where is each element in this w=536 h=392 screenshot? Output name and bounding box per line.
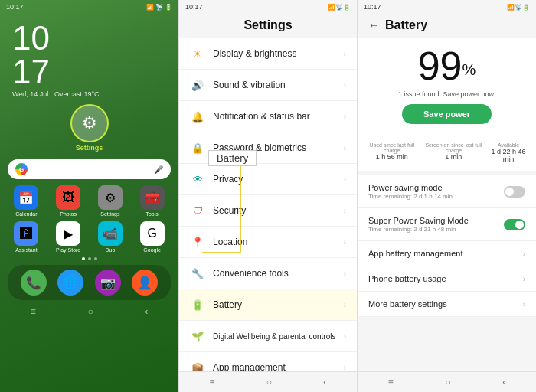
settings-item-privacy[interactable]: 👁 Privacy › bbox=[179, 164, 357, 195]
nav-back-icon[interactable]: ‹ bbox=[323, 377, 326, 387]
chevron-icon: › bbox=[344, 332, 346, 341]
stat-used-since: Used since last full charge 1 h 56 min bbox=[364, 142, 420, 163]
chevron-icon: › bbox=[344, 364, 346, 372]
home-nav-bar: ≡ ○ ‹ bbox=[0, 302, 178, 322]
home-clock: 10 17 Wed, 14 Jul Overcast 19°C bbox=[0, 14, 178, 100]
chevron-icon: › bbox=[344, 270, 346, 278]
settings-item-notification[interactable]: 🔔 Notification & status bar › bbox=[179, 101, 357, 132]
app-photos[interactable]: 🖼 Photos bbox=[50, 185, 87, 217]
app-icon-img: 📹 bbox=[98, 221, 123, 246]
nav-home-icon[interactable]: ○ bbox=[445, 377, 450, 387]
battery-stats-row: Used since last full charge 1 h 56 min S… bbox=[358, 138, 536, 175]
app-calendar[interactable]: 📅 Calendar bbox=[8, 185, 45, 217]
super-saving-toggle[interactable] bbox=[504, 219, 525, 230]
chevron-icon: › bbox=[523, 250, 525, 258]
settings-item-label: Convenience tools bbox=[213, 268, 336, 279]
back-arrow-icon[interactable]: ← bbox=[368, 19, 379, 31]
home-clock-time: 10 17 bbox=[12, 21, 166, 89]
chevron-icon: › bbox=[523, 300, 525, 309]
nav-menu-icon[interactable]: ≡ bbox=[388, 377, 394, 387]
dock-camera[interactable]: 📷 bbox=[95, 270, 121, 296]
settings-app-icon[interactable]: ⚙ bbox=[70, 104, 109, 142]
dock-phone[interactable]: 📞 bbox=[21, 270, 47, 296]
nav-home-icon[interactable]: ○ bbox=[266, 377, 272, 387]
app-tools[interactable]: 🧰 Tools bbox=[133, 185, 171, 217]
app-duo[interactable]: 📹 Duo bbox=[92, 221, 129, 253]
app-google[interactable]: G Google bbox=[133, 221, 171, 253]
battery-content: 99% 1 issue found. Save power now. Save … bbox=[358, 38, 536, 371]
battery-status-bar: 10:17 📶📡🔋 bbox=[358, 0, 536, 14]
security-icon: 🛡 bbox=[190, 203, 205, 218]
nav-menu-icon[interactable]: ≡ bbox=[210, 377, 215, 387]
settings-screen: 10:17 📶📡🔋 Settings ☀ Display & brightnes… bbox=[178, 0, 358, 392]
chevron-icon: › bbox=[344, 175, 346, 184]
battery-annotation-label: Battery bbox=[208, 150, 257, 166]
settings-item-label: App management bbox=[213, 362, 336, 371]
settings-item-password[interactable]: 🔒 Password & biometrics › bbox=[179, 132, 357, 164]
app-settings[interactable]: ⚙ Settings bbox=[92, 185, 129, 217]
nav-home-icon[interactable]: ○ bbox=[87, 306, 93, 317]
settings-item-battery[interactable]: 🔋 Battery › bbox=[179, 289, 357, 321]
apps-icon: 📦 bbox=[190, 360, 205, 371]
page-dot bbox=[94, 257, 97, 260]
nav-back-icon[interactable]: ‹ bbox=[502, 377, 505, 387]
password-icon: 🔒 bbox=[190, 140, 205, 155]
settings-time: 10:17 bbox=[185, 3, 203, 11]
settings-app-icon-area: ⚙ Settings bbox=[70, 104, 109, 152]
mic-icon[interactable]: 🎤 bbox=[154, 165, 163, 174]
battery-issue-text: 1 issue found. Save power now. bbox=[358, 89, 536, 104]
app-grid-row2: 🅰 Assistant ▶ Play Store 📹 Duo G Google bbox=[0, 220, 178, 254]
settings-item-convenience[interactable]: 🔧 Convenience tools › bbox=[179, 258, 357, 289]
settings-item-label: Display & brightness bbox=[213, 48, 336, 59]
page-dots bbox=[0, 257, 178, 260]
display-icon: ☀ bbox=[190, 46, 205, 61]
nav-back-icon[interactable]: ‹ bbox=[145, 306, 148, 317]
settings-list: ☀ Display & brightness › 🔊 Sound & vibra… bbox=[179, 38, 357, 371]
battery-menu-phone-usage[interactable]: Phone battery usage › bbox=[358, 266, 536, 292]
settings-app-label: Settings bbox=[76, 144, 103, 152]
power-saving-toggle[interactable] bbox=[504, 186, 525, 198]
battery-menu-super-saving[interactable]: Super Power Saving Mode Time remaining: … bbox=[358, 208, 536, 241]
convenience-icon: 🔧 bbox=[190, 266, 205, 281]
app-icon-img: 🅰 bbox=[14, 221, 38, 246]
chevron-icon: › bbox=[344, 301, 346, 309]
app-assistant[interactable]: 🅰 Assistant bbox=[8, 221, 45, 253]
chevron-icon: › bbox=[344, 50, 346, 58]
battery-percent-area: 99% bbox=[358, 38, 536, 89]
home-status-icons: 📶 📡 🔋 bbox=[146, 4, 172, 11]
sound-icon: 🔊 bbox=[190, 77, 205, 93]
app-playstore[interactable]: ▶ Play Store bbox=[50, 221, 87, 253]
settings-item-label: Sound & vibration bbox=[213, 80, 336, 90]
notification-icon: 🔔 bbox=[190, 109, 205, 124]
settings-item-label: Privacy bbox=[213, 174, 336, 185]
settings-item-label: Battery bbox=[213, 299, 336, 310]
app-icon-img: 🧰 bbox=[140, 185, 165, 210]
app-icon-img: 📅 bbox=[14, 185, 38, 210]
stat-screen-on: Screen on since last full charge 1 min bbox=[420, 142, 488, 163]
battery-page-title: Battery bbox=[385, 18, 427, 32]
battery-menu-power-saving[interactable]: Power saving mode Time remaining: 2 d 1 … bbox=[358, 175, 536, 208]
home-search-bar[interactable]: G 🎤 bbox=[8, 159, 171, 179]
home-screen: 10:17 📶 📡 🔋 10 17 Wed, 14 Jul Overcast 1… bbox=[0, 0, 178, 392]
app-icon-img: G bbox=[140, 221, 165, 246]
stat-available: Available 1 d 22 h 46 min bbox=[487, 142, 530, 163]
google-logo: G bbox=[15, 163, 28, 175]
home-clock-date: Wed, 14 Jul Overcast 19°C bbox=[12, 90, 166, 98]
nav-menu-icon[interactable]: ≡ bbox=[31, 306, 36, 317]
settings-item-label: Location bbox=[213, 237, 336, 247]
settings-item-apps[interactable]: 📦 App management › bbox=[179, 352, 357, 371]
battery-menu-app-management[interactable]: App battery management › bbox=[358, 241, 536, 266]
save-power-button[interactable]: Save power bbox=[402, 104, 492, 124]
settings-item-security[interactable]: 🛡 Security › bbox=[179, 195, 357, 227]
settings-item-sound[interactable]: 🔊 Sound & vibration › bbox=[179, 70, 357, 101]
battery-icon: 🔋 bbox=[190, 297, 205, 312]
dock-contacts[interactable]: 👤 bbox=[132, 270, 158, 296]
dock-browser[interactable]: 🌐 bbox=[57, 270, 83, 296]
privacy-icon: 👁 bbox=[190, 172, 205, 187]
settings-item-location[interactable]: 📍 Location › bbox=[179, 227, 357, 258]
settings-item-wellbeing[interactable]: 🌱 Digital Wellbeing & parental controls … bbox=[179, 321, 357, 352]
settings-item-display[interactable]: ☀ Display & brightness › bbox=[179, 38, 357, 70]
settings-item-label: Security bbox=[213, 205, 336, 216]
battery-menu-more-settings[interactable]: More battery settings › bbox=[358, 292, 536, 317]
settings-status-bar: 10:17 📶📡🔋 bbox=[179, 0, 357, 14]
